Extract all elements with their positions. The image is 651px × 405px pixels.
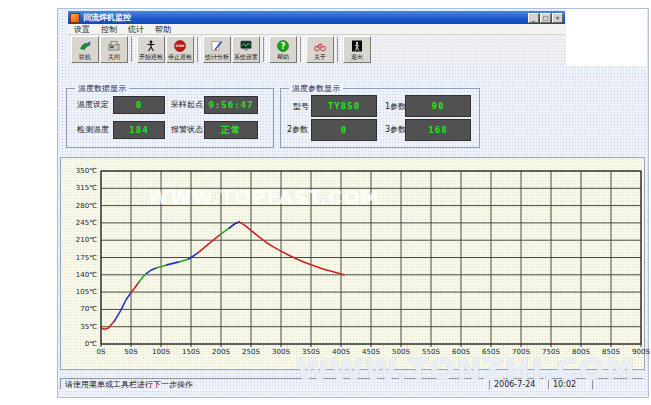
y-tick-label: 105℃ xyxy=(63,288,97,296)
minimize-button[interactable]: _ xyxy=(528,13,539,23)
exit-walker-icon xyxy=(351,40,363,53)
field-sample-start-label: 采样起点 xyxy=(171,99,203,110)
field-alarm-status-label: 报警状态 xyxy=(171,124,203,135)
toolbar-separator xyxy=(300,37,304,62)
toolbar-button-close-machine[interactable]: 关闭 xyxy=(100,36,128,63)
y-tick-label: 315℃ xyxy=(63,184,97,192)
toolbar: 联机 关闭 开始巡检 STOP 停止巡检 统计分析 系统设置 ? 帮助 xyxy=(68,35,565,64)
monitor-icon xyxy=(240,40,252,53)
field-alarm-status-value: 正常 xyxy=(204,121,258,139)
bottom-watermark: WWW.TONZHI.COM xyxy=(296,352,636,387)
chart-watermark: WWW.TOPFAST.COM xyxy=(148,186,380,208)
connect-icon xyxy=(79,40,91,53)
menu-item-help[interactable]: 帮助 xyxy=(155,24,171,35)
window-controls: _ □ × xyxy=(528,13,563,23)
group-temp-params-title: 温度参数显示 xyxy=(289,84,343,93)
x-tick-label: 100S xyxy=(146,348,176,356)
field-model-label: 型号 xyxy=(293,101,309,112)
field-model-value: TY850 xyxy=(311,95,377,117)
x-tick-label: 150S xyxy=(176,348,206,356)
toolbar-button-about[interactable]: 关于 xyxy=(306,36,334,63)
toolbar-button-exit[interactable]: 退出 xyxy=(343,36,371,63)
help-icon: ? xyxy=(277,40,289,53)
y-tick-label: 175℃ xyxy=(63,254,97,262)
field-measured-temp-label: 检测温度 xyxy=(77,124,109,135)
y-tick-label: 210℃ xyxy=(63,236,97,244)
y-tick-label: 0℃ xyxy=(63,340,97,348)
toolbar-button-label: 统计分析 xyxy=(205,53,229,60)
pen-stats-icon xyxy=(211,40,223,53)
field-param1-value: 90 xyxy=(405,95,471,117)
toolbar-button-label: 联机 xyxy=(79,53,91,60)
window-top-right-gap xyxy=(566,9,647,66)
y-tick-label: 245℃ xyxy=(63,219,97,227)
maximize-button[interactable]: □ xyxy=(540,13,551,23)
toolbar-separator xyxy=(131,37,135,62)
toolbar-button-label: 退出 xyxy=(351,53,363,60)
toolbar-button-system-settings[interactable]: 系统设置 xyxy=(232,36,260,63)
x-tick-label: 200S xyxy=(206,348,236,356)
toolbar-button-label: 关闭 xyxy=(108,53,120,60)
toolbar-button-help[interactable]: ? 帮助 xyxy=(269,36,297,63)
toolbar-button-label: 开始巡检 xyxy=(139,53,163,60)
toolbar-separator xyxy=(337,37,341,62)
y-tick-label: 350℃ xyxy=(63,167,97,175)
app-icon xyxy=(70,13,80,23)
patrol-person-icon xyxy=(145,40,157,53)
field-param2-label: 2参数 xyxy=(287,124,308,135)
y-tick-label: 280℃ xyxy=(63,202,97,210)
y-tick-label: 140℃ xyxy=(63,271,97,279)
toolbar-button-label: 停止巡检 xyxy=(168,53,192,60)
field-measured-temp-value: 184 xyxy=(113,121,165,139)
stop-icon: STOP xyxy=(174,40,186,53)
toolbar-button-start-patrol[interactable]: 开始巡检 xyxy=(137,36,165,63)
toolbar-separator xyxy=(197,37,201,62)
toolbar-button-label: 帮助 xyxy=(277,53,289,60)
svg-text:STOP: STOP xyxy=(176,44,186,48)
field-param3-label: 3参数 xyxy=(385,124,406,135)
field-temp-setpoint-label: 温度设定 xyxy=(77,99,109,110)
field-sample-start-value: 9:56:47 xyxy=(204,96,258,114)
toolbar-button-label: 系统设置 xyxy=(234,53,258,60)
phone-icon xyxy=(108,40,120,53)
menu-item-control[interactable]: 控制 xyxy=(101,24,117,35)
close-button[interactable]: × xyxy=(552,13,563,23)
group-temp-params: 温度参数显示 型号 TY850 1参数 90 2参数 0 3参数 168 xyxy=(280,88,480,148)
screenshot-root: 回流焊机监控 _ □ × 设置 控制 统计 帮助 联机 关闭 开始巡检 STOP… xyxy=(0,0,651,405)
toolbar-button-stop-patrol[interactable]: STOP 停止巡检 xyxy=(166,36,194,63)
window-title: 回流焊机监控 xyxy=(83,12,528,23)
field-param1-label: 1参数 xyxy=(385,101,406,112)
toolbar-button-connect[interactable]: 联机 xyxy=(71,36,99,63)
group-temp-data-title: 温度数据显示 xyxy=(75,84,129,93)
x-tick-label: 0S xyxy=(86,348,116,356)
x-tick-label: 250S xyxy=(236,348,266,356)
menu-item-settings[interactable]: 设置 xyxy=(74,24,90,35)
y-tick-label: 70℃ xyxy=(63,305,97,313)
y-tick-label: 35℃ xyxy=(63,323,97,331)
field-param3-value: 168 xyxy=(405,119,471,141)
toolbar-separator xyxy=(263,37,267,62)
field-param2-value: 0 xyxy=(311,119,377,141)
toolbar-button-label: 关于 xyxy=(314,53,326,60)
menu-bar: 设置 控制 统计 帮助 xyxy=(68,24,565,35)
menu-item-statistics[interactable]: 统计 xyxy=(128,24,144,35)
svg-text:?: ? xyxy=(281,42,286,51)
field-temp-setpoint-value: 0 xyxy=(113,96,165,114)
title-bar: 回流焊机监控 _ □ × xyxy=(68,11,565,24)
bicycle-icon xyxy=(314,40,326,53)
x-tick-label: 300S xyxy=(266,348,296,356)
x-tick-label: 50S xyxy=(116,348,146,356)
group-temp-data: 温度数据显示 温度设定 0 采样起点 9:56:47 检测温度 184 报警状态… xyxy=(66,88,274,148)
toolbar-button-stats-analysis[interactable]: 统计分析 xyxy=(203,36,231,63)
